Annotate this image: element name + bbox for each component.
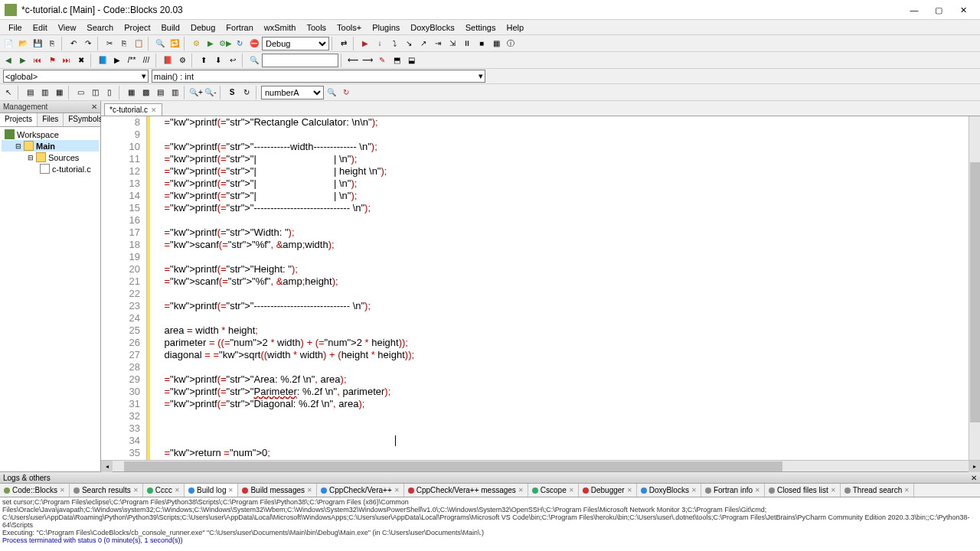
refresh-button[interactable]: ↻ — [240, 86, 253, 99]
tree-file[interactable]: c-tutorial.c — [52, 165, 91, 174]
prev-brace-button[interactable]: ⟵ — [346, 54, 360, 67]
code-editor[interactable]: 8910111213141516171819202122232425262728… — [101, 116, 980, 460]
debug-windows-button[interactable]: ▦ — [489, 37, 503, 51]
settings-button[interactable]: ⚙ — [175, 54, 189, 67]
log-tab-cccc[interactable]: Cccc✕ — [143, 484, 185, 497]
log-tab-doxyblocks[interactable]: DoxyBlocks✕ — [637, 484, 701, 497]
menu-tools[interactable]: Tools — [301, 21, 332, 34]
next-brace-button[interactable]: ⟶ — [361, 54, 374, 67]
copy-button[interactable]: ⎘ — [117, 37, 131, 51]
build-target-select[interactable]: Debug — [262, 37, 329, 51]
log-tab-search-results[interactable]: Search results✕ — [70, 484, 143, 497]
menu-view[interactable]: View — [53, 21, 82, 34]
symbol-go-button[interactable]: 🔍 — [325, 86, 338, 99]
info-button[interactable]: ⓘ — [504, 37, 518, 51]
code-line[interactable]: ="kw">printf(="str">"| | \n"); — [153, 153, 969, 165]
grid3-button[interactable]: ▤ — [153, 86, 167, 99]
code-line[interactable]: ="kw">printf(="str">"Area: %.2f \n", are… — [153, 373, 969, 386]
select-tool-button[interactable]: ↖ — [2, 86, 15, 99]
project-tree[interactable]: Workspace ⊟Main ⊟Sources c-tutorial.c — [0, 127, 100, 471]
code-line[interactable] — [153, 288, 969, 300]
code-line[interactable] — [153, 214, 969, 227]
symbol-search-combo[interactable]: numberA — [261, 86, 324, 99]
toggle-bookmark-button[interactable]: ▥ — [38, 86, 51, 99]
menu-search[interactable]: Search — [81, 21, 119, 34]
menu-debug[interactable]: Debug — [185, 21, 220, 34]
paste-button[interactable]: 📋 — [132, 37, 145, 51]
doxy-button[interactable]: 📘 — [96, 54, 109, 67]
next-bookmark-button[interactable]: ⏭ — [60, 54, 74, 67]
close-button[interactable]: ✕ — [951, 2, 975, 18]
clear-bookmarks-button[interactable]: ✖ — [74, 54, 88, 67]
undo-button[interactable]: ↶ — [67, 37, 80, 51]
log-tab-thread-search[interactable]: Thread search✕ — [841, 484, 914, 497]
run-button[interactable]: ▶ — [204, 37, 217, 51]
code-line[interactable]: ="kw">printf(="str">"-------------------… — [153, 202, 969, 214]
grid1-button[interactable]: ▦ — [124, 86, 138, 99]
stop-debug-button[interactable]: ■ — [475, 37, 488, 51]
menu-project[interactable]: Project — [119, 21, 155, 34]
minimize-button[interactable]: — — [902, 2, 926, 18]
menu-help[interactable]: Help — [501, 21, 529, 34]
code-line[interactable] — [153, 129, 969, 141]
last-jump-button[interactable]: ⏮ — [31, 54, 44, 67]
code-line[interactable]: ="kw">printf(="str">"Height: "); — [153, 263, 969, 276]
menu-file[interactable]: File — [3, 21, 28, 34]
code-line[interactable]: ="kw">printf(="str">"-------------------… — [153, 300, 969, 312]
log-tab-code-blocks[interactable]: Code::Blocks✕ — [0, 484, 70, 497]
log-tab-cppcheck-vera-messages[interactable]: CppCheck/Vera++ messages✕ — [404, 484, 528, 497]
step-instr-button[interactable]: ⇲ — [446, 37, 459, 51]
next-instr-button[interactable]: ⇥ — [431, 37, 445, 51]
brackets-button[interactable]: ▭ — [74, 86, 87, 99]
code-line[interactable]: ="kw">scanf(="str">"%f", &amp;height); — [153, 276, 969, 288]
save-button[interactable]: 💾 — [31, 37, 44, 51]
log-tab-debugger[interactable]: Debugger✕ — [579, 484, 637, 497]
code-line[interactable]: ="kw">printf(="str">"-----------width---… — [153, 141, 969, 153]
maximize-button[interactable]: ▢ — [926, 2, 951, 18]
code-line[interactable]: ="kw">scanf(="str">"%f", &amp;width); — [153, 239, 969, 251]
code-line[interactable] — [153, 422, 969, 435]
log-output[interactable]: set cursor;C:\Program Files\eclipse\;C:\… — [0, 497, 980, 551]
code-line[interactable] — [153, 410, 969, 422]
build-button[interactable]: ⚙ — [189, 37, 203, 51]
tree-workspace[interactable]: Workspace — [17, 130, 59, 139]
fwd-jump-button[interactable]: ▶ — [16, 54, 30, 67]
log-tab-cppcheck-vera-[interactable]: CppCheck/Vera++✕ — [317, 484, 404, 497]
menu-doxyblocks[interactable]: DoxyBlocks — [405, 21, 459, 34]
tab-close-icon[interactable]: ✕ — [151, 106, 157, 114]
code-line[interactable]: ="kw">printf(="str">"Parimeter: %.2f \n"… — [153, 386, 969, 398]
log-tab-build-messages[interactable]: Build messages✕ — [238, 484, 317, 497]
code-line[interactable]: ="kw">printf(="str">"| | height \n"); — [153, 165, 969, 178]
rebuild-button[interactable]: ↻ — [233, 37, 247, 51]
editor-tab[interactable]: *c-tutorial.c ✕ — [104, 103, 162, 116]
menu-fortran[interactable]: Fortran — [220, 21, 258, 34]
toggle-source-header-button[interactable]: ⇄ — [337, 37, 351, 51]
run-to-cursor-button[interactable]: ↓ — [373, 37, 387, 51]
zoom-in-button[interactable]: 🔍+ — [189, 86, 203, 99]
code-line[interactable]: ="kw">printf(="str">"| | \n"); — [153, 190, 969, 202]
bookmark-button[interactable]: ⚑ — [45, 54, 59, 67]
toggle-comment-button[interactable]: ▤ — [23, 86, 37, 99]
log-tab-build-log[interactable]: Build log✕ — [185, 484, 238, 497]
mgmt-tab-files[interactable]: Files — [38, 113, 64, 126]
replace-button[interactable]: 🔁 — [168, 37, 181, 51]
mgmt-tab-projects[interactable]: Projects — [0, 113, 38, 126]
highlight-button[interactable]: ✎ — [375, 54, 389, 67]
next-line-button[interactable]: ⤵ — [387, 37, 401, 51]
comment-block-button[interactable]: /** — [125, 54, 139, 67]
vertical-scrollbar[interactable] — [969, 116, 980, 460]
find-prev-button[interactable]: 🔍 — [247, 54, 261, 67]
code-line[interactable]: area = width * height; — [153, 324, 969, 337]
select-prev-button[interactable]: ⬒ — [390, 54, 403, 67]
code-line[interactable]: ="kw">printf(="str">"Rectangle Calculato… — [153, 116, 969, 129]
code-line[interactable]: ="kw">printf(="str">"Diagonal: %.2f \n",… — [153, 398, 969, 410]
menu-tools[interactable]: Tools+ — [332, 21, 367, 34]
parens-button[interactable]: ▯ — [103, 86, 116, 99]
chm-button[interactable]: 📕 — [161, 54, 175, 67]
code-line[interactable]: ="kw">printf(="str">"Width: "); — [153, 227, 969, 239]
menu-edit[interactable]: Edit — [28, 21, 53, 34]
abort-button[interactable]: ⛔ — [247, 37, 261, 51]
scope-function-combo[interactable]: main() : int▾ — [152, 70, 485, 83]
zoom-out-button[interactable]: 🔍- — [204, 86, 217, 99]
code-line[interactable] — [153, 312, 969, 324]
